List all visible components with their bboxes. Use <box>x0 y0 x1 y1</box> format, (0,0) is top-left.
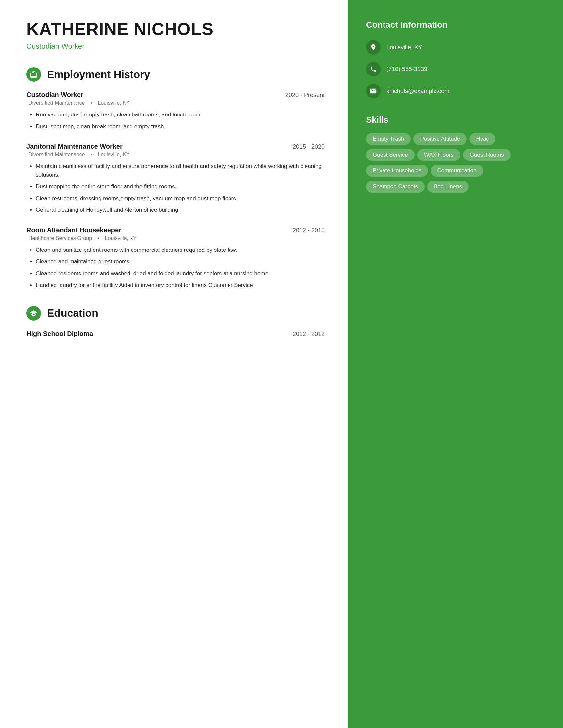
location-text: Louisville, KY <box>387 44 422 51</box>
education-section: Education High School Diploma 2012 - 201… <box>26 306 325 338</box>
bullet-item: Dust mopping the entire store floor and … <box>36 182 325 191</box>
edu-dates-0: 2012 - 2012 <box>293 331 325 338</box>
contact-title: Contact Information <box>366 20 545 30</box>
job-company-0: Diversified Maintenance • Louisville, KY <box>26 100 325 106</box>
skills-title: Skills <box>366 115 545 125</box>
skill-tag: Hvac <box>469 133 495 145</box>
bullet-item: General cleaning of Honeywell and Alerto… <box>36 206 325 214</box>
bullet-item: Cleaned and maintained guest rooms. <box>36 257 325 266</box>
skill-tag: Positive Attitude <box>413 133 467 145</box>
contact-location: Louisville, KY <box>366 40 545 55</box>
bullet-item: Handled laundry for entire facility Aide… <box>36 281 325 290</box>
employment-section: Employment History Custodian Worker 2020… <box>26 67 325 290</box>
edu-block-0: High School Diploma 2012 - 2012 <box>26 330 325 338</box>
skill-tag: Guest Service <box>366 149 415 161</box>
job-title-0: Custodian Worker <box>26 91 83 99</box>
contact-email: knichols@example.com <box>366 84 545 98</box>
right-panel: Contact Information Louisville, KY (710)… <box>348 0 563 728</box>
job-bullets-1: Maintain cleanliness of facility and ens… <box>26 162 325 214</box>
job-header-2: Room Attendant Housekeeper 2012 - 2015 <box>26 226 325 234</box>
skill-tag: Shampoo Carpets <box>366 181 425 193</box>
employment-title: Employment History <box>47 68 150 81</box>
job-company-1: Diversified Maintenance • Louisville, KY <box>26 152 325 158</box>
skills-list: Empty TrashPositive AttitudeHvacGuest Se… <box>366 133 545 197</box>
bullet-item: Run vacuum, dust, empty trash, clean bat… <box>36 111 325 119</box>
job-dates-1: 2015 - 2020 <box>293 143 325 150</box>
job-block-0: Custodian Worker 2020 - Present Diversif… <box>26 91 325 131</box>
bullet-item: Clean restrooms, dressing rooms,empty tr… <box>36 194 325 203</box>
job-block-1: Janitorial Maintenance Worker 2015 - 202… <box>26 143 325 214</box>
skills-section: Skills Empty TrashPositive AttitudeHvacG… <box>366 115 545 197</box>
skill-tag: WAX Floors <box>417 149 460 161</box>
bullet-item: Maintain cleanliness of facility and ens… <box>36 162 325 179</box>
education-header: Education <box>26 306 325 321</box>
job-header-1: Janitorial Maintenance Worker 2015 - 202… <box>26 143 325 150</box>
employment-header: Employment History <box>26 67 325 82</box>
full-name: KATHERINE NICHOLS <box>26 20 325 39</box>
phone-text: (710) 555-3139 <box>387 66 427 73</box>
skill-tag: Guest Rooms <box>463 149 511 161</box>
left-panel: KATHERINE NICHOLS Custodian Worker Emplo… <box>0 0 348 728</box>
education-title: Education <box>47 307 98 319</box>
job-dates-2: 2012 - 2015 <box>293 227 325 234</box>
edu-name-0: High School Diploma <box>26 330 93 338</box>
job-header-0: Custodian Worker 2020 - Present <box>26 91 325 99</box>
contact-section: Contact Information Louisville, KY (710)… <box>366 20 545 98</box>
job-block-2: Room Attendant Housekeeper 2012 - 2015 H… <box>26 226 325 290</box>
job-bullets-2: Clean and sanitize patient rooms with co… <box>26 246 325 290</box>
skill-tag: Empty Trash <box>366 133 411 145</box>
location-icon <box>366 40 381 55</box>
contact-phone: (710) 555-3139 <box>366 62 545 76</box>
skill-tag: Bed Linens <box>427 181 469 193</box>
job-bullets-0: Run vacuum, dust, empty trash, clean bat… <box>26 111 325 131</box>
job-title-1: Janitorial Maintenance Worker <box>26 143 122 150</box>
email-text: knichols@example.com <box>387 88 449 95</box>
bullet-item: Clean and sanitize patient rooms with co… <box>36 246 325 254</box>
job-dates-0: 2020 - Present <box>286 92 325 99</box>
job-title: Custodian Worker <box>26 42 325 51</box>
job-title-2: Room Attendant Housekeeper <box>26 226 121 234</box>
briefcase-icon <box>26 67 41 82</box>
phone-icon <box>366 62 381 76</box>
skill-tag: Private Households <box>366 165 428 177</box>
email-icon <box>366 84 381 98</box>
graduation-icon <box>26 306 41 321</box>
bullet-item: Cleaned residents rooms and washed, drie… <box>36 269 325 278</box>
skill-tag: Communication <box>431 165 483 177</box>
bullet-item: Dust, spot mop, clean break room, and em… <box>36 122 325 131</box>
job-company-2: Healthcare Services Group • Louisville, … <box>26 235 325 241</box>
